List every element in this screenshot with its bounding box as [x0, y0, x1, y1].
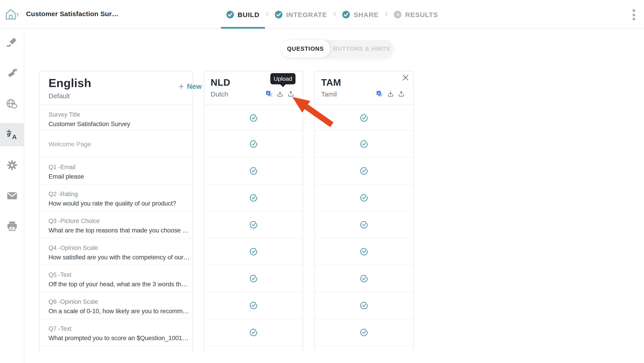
translation-page: › Customer Satisfaction Sur… BUILD › INT…: [0, 0, 644, 363]
table-row[interactable]: Q2 -RatingHow would you rate the quality…: [40, 184, 193, 211]
tab-buttons-hints[interactable]: BUTTONS & HINTS: [330, 40, 394, 57]
question-text: What are the top reasons that made you c…: [48, 226, 190, 234]
translated-row[interactable]: [204, 211, 303, 238]
download-icon[interactable]: [387, 91, 394, 97]
table-row[interactable]: Q7 -TextWhat prompted you to score an $Q…: [40, 319, 193, 346]
question-label: Survey Title: [48, 111, 190, 118]
check-circle-icon: [342, 10, 350, 18]
translated-row[interactable]: [315, 319, 413, 346]
kebab-dot-icon: [632, 18, 635, 20]
nld-rows: [204, 105, 303, 346]
translated-row[interactable]: [204, 265, 303, 292]
auto-translate-icon[interactable]: A: [266, 91, 272, 97]
translated-row[interactable]: [315, 157, 413, 184]
translated-row[interactable]: [315, 292, 413, 319]
language-code: TAM: [321, 77, 407, 88]
language-card-nld: NLD Dutch A: [204, 71, 303, 351]
sidebar-item-print[interactable]: [0, 215, 24, 238]
svg-text:A: A: [267, 91, 270, 95]
translated-row[interactable]: [315, 265, 413, 292]
step-share[interactable]: SHARE: [337, 0, 384, 29]
translated-check-icon: [249, 301, 258, 310]
translated-row[interactable]: [204, 131, 303, 157]
translated-row[interactable]: [315, 238, 413, 265]
tab-questions[interactable]: QUESTIONS: [281, 40, 330, 57]
question-text: How would you rate the quality of our pr…: [48, 199, 190, 207]
home-button[interactable]: [4, 8, 17, 21]
table-row[interactable]: Survey TitleCustomer Satisfaction Survey: [40, 105, 193, 131]
step-integrate[interactable]: INTEGRATE: [270, 0, 332, 29]
globe-icon: [6, 98, 18, 110]
auto-translate-icon[interactable]: A: [376, 91, 383, 97]
translated-row[interactable]: [315, 184, 413, 211]
table-row[interactable]: Welcome Page: [40, 131, 193, 157]
table-row[interactable]: Q4 -Opinion ScaleHow satisfied are you w…: [40, 238, 193, 265]
kebab-dot-icon: [632, 14, 635, 16]
step-nav: BUILD › INTEGRATE › SHARE › 4: [221, 0, 444, 29]
language-subtitle: Default: [48, 92, 186, 100]
home-icon: [4, 14, 17, 22]
translated-check-icon: [360, 247, 368, 256]
translated-row[interactable]: [204, 292, 303, 319]
question-label: Q3 -Picture Choice: [48, 218, 190, 225]
more-menu-button[interactable]: [630, 9, 637, 20]
sidebar-item-build[interactable]: [0, 31, 24, 55]
sidebar-item-translations[interactable]: A: [0, 123, 24, 146]
tam-header-actions: A: [376, 91, 405, 97]
pen-icon: [6, 37, 18, 49]
plus-icon: +: [179, 83, 184, 90]
table-row[interactable]: Q6 -Opinion ScaleOn a scale of 0-10, how…: [40, 292, 193, 319]
sidebar-item-email[interactable]: [0, 184, 24, 207]
breadcrumb: Customer Satisfaction Sur…: [26, 10, 118, 17]
translated-check-icon: [249, 247, 258, 256]
download-icon[interactable]: [277, 91, 284, 97]
sidebar-item-settings[interactable]: [0, 153, 24, 177]
language-name: Tamil: [321, 90, 337, 98]
tab-bar: QUESTIONS BUTTONS & HINTS: [281, 40, 394, 57]
question-label: Q2 -Rating: [48, 191, 190, 198]
translated-row[interactable]: [204, 184, 303, 211]
kebab-dot-icon: [632, 9, 635, 12]
gear-icon: [6, 159, 18, 171]
language-name: Dutch: [210, 90, 228, 98]
envelope-icon: [6, 190, 18, 201]
translate-icon: A: [6, 129, 18, 140]
translated-check-icon: [360, 274, 368, 283]
translated-row[interactable]: [315, 211, 413, 238]
question-text: How satisfied are you with the competenc…: [48, 253, 190, 261]
tam-rows: [315, 105, 413, 346]
sidebar-item-design[interactable]: [0, 62, 24, 85]
step-results[interactable]: 4 RESULTS: [389, 0, 444, 29]
translated-row[interactable]: [204, 238, 303, 265]
breadcrumb-chevron-icon: ›: [16, 8, 19, 21]
upload-icon[interactable]: [288, 91, 294, 97]
sidebar-item-globe[interactable]: [0, 92, 24, 116]
question-text: Email please: [48, 172, 190, 180]
translated-row[interactable]: [204, 157, 303, 184]
question-label: Q4 -Opinion Scale: [48, 245, 190, 252]
table-row[interactable]: Q3 -Picture ChoiceWhat are the top reaso…: [40, 211, 193, 238]
translated-check-icon: [249, 328, 258, 337]
close-icon[interactable]: [402, 74, 409, 81]
translated-check-icon: [249, 113, 258, 122]
brush-icon: [6, 68, 18, 79]
table-row[interactable]: Q5 -TextOff the top of your head, what a…: [40, 265, 193, 292]
translated-check-icon: [360, 220, 368, 229]
translated-row[interactable]: [204, 319, 303, 346]
question-text: On a scale of 0-10, how likely are you t…: [48, 307, 190, 315]
step-build[interactable]: BUILD: [221, 0, 265, 29]
tam-card-header: TAM Tamil A: [315, 71, 413, 105]
svg-text:A: A: [12, 133, 16, 140]
translated-row[interactable]: [315, 131, 413, 157]
translated-check-icon: [249, 193, 258, 202]
language-card-tam: TAM Tamil A: [314, 71, 414, 351]
translated-check-icon: [360, 140, 368, 148]
translated-row[interactable]: [315, 105, 413, 131]
translated-check-icon: [360, 166, 368, 175]
question-label: Welcome Page: [48, 140, 190, 148]
step-separator-icon: ›: [333, 9, 336, 20]
check-circle-icon: [226, 10, 234, 18]
translated-row[interactable]: [204, 105, 303, 131]
table-row[interactable]: Q1 -EmailEmail please: [40, 157, 193, 184]
upload-icon[interactable]: [398, 91, 405, 97]
